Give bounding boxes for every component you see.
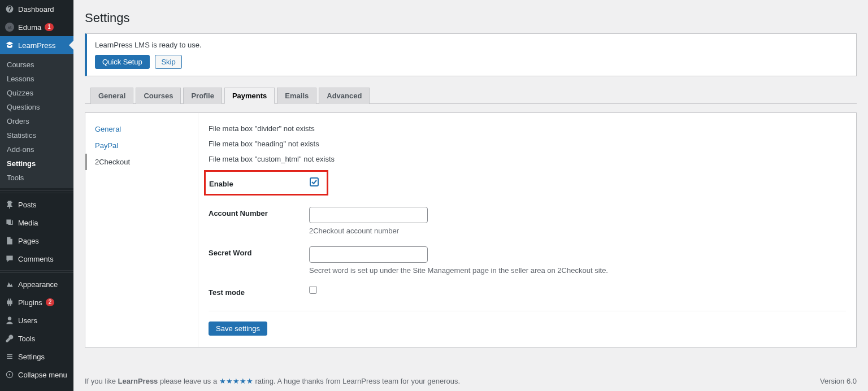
save-settings-button[interactable]: Save settings [209,322,267,336]
sidebar-submenu: Courses Lessons Quizzes Questions Orders… [0,54,73,188]
submenu-courses[interactable]: Courses [0,58,73,72]
sidebar-item-appearance[interactable]: Appearance [0,275,73,293]
comments-icon [5,254,15,264]
test-mode-checkbox[interactable] [309,286,317,294]
enable-label: Enable [209,177,310,188]
tab-general[interactable]: General [90,88,133,104]
secret-word-row: Secret Word Secret word is set up under … [209,246,846,275]
enable-row: Enable [204,170,328,196]
eduma-icon: vt [5,22,15,32]
sidebar-item-tools[interactable]: Tools [0,329,73,347]
sidebar-separator [0,270,73,273]
footer-text: If you like LearnPress please leave us a… [85,377,460,385]
submenu-questions[interactable]: Questions [0,100,73,114]
learnpress-icon [5,40,15,50]
secret-word-label: Secret Word [209,246,309,257]
footer-part: please leave us a [158,377,219,385]
tools-icon [5,333,15,344]
sidebar-label: Appearance [18,280,58,289]
tab-courses[interactable]: Courses [136,88,181,104]
sidebar-label: Dashboard [18,5,54,14]
sidebar-label: Tools [18,334,35,343]
settings-tabs: General Courses Profile Payments Emails … [85,88,857,104]
meta-msg-1: File meta box "divider" not exists [209,124,846,133]
pages-icon [5,236,15,246]
test-mode-row: Test mode [209,286,846,297]
settings-icon [5,351,15,362]
collapse-icon [5,370,15,380]
sidebar-label: Users [18,316,37,325]
sidebar-item-eduma[interactable]: vt Eduma 1 [0,18,73,36]
submenu-tools[interactable]: Tools [0,171,73,185]
badge-count: 2 [46,298,55,306]
submenu-quizzes[interactable]: Quizzes [0,86,73,100]
tab-emails[interactable]: Emails [277,88,316,104]
payments-sub-2checkout[interactable]: 2Checkout [85,154,198,170]
payments-sub-nav: General PayPal 2Checkout [85,113,198,347]
sidebar-label: Eduma [18,23,41,32]
sidebar-label: Comments [18,255,54,263]
setup-notice: LearnPress LMS is ready to use. Quick Se… [85,33,857,76]
submenu-addons[interactable]: Add-ons [0,142,73,157]
sidebar-item-pages[interactable]: Pages [0,232,73,250]
submenu-settings[interactable]: Settings [0,157,73,171]
sidebar-label: LearnPress [18,41,55,50]
secret-word-input[interactable] [309,246,428,263]
tab-profile[interactable]: Profile [183,88,222,104]
tab-payments[interactable]: Payments [224,88,275,104]
panel-body: File meta box "divider" not exists File … [198,113,856,347]
sidebar-item-media[interactable]: Media [0,214,73,232]
sidebar-item-users[interactable]: Users [0,311,73,329]
account-number-desc: 2Checkout account number [309,227,846,235]
appearance-icon [5,279,15,289]
submenu-lessons[interactable]: Lessons [0,72,73,86]
payments-panel: General PayPal 2Checkout File meta box "… [85,112,857,347]
footer-version: Version 6.0 [820,377,857,385]
dashboard-icon [5,4,15,14]
account-number-label: Account Number [209,207,309,218]
sidebar-item-dashboard[interactable]: Dashboard [0,0,73,18]
skip-button[interactable]: Skip [155,55,181,69]
users-icon [5,315,15,325]
footer-brand: LearnPress [118,377,158,385]
footer-stars-link[interactable]: ★★★★★ [219,377,253,385]
sidebar-item-collapse[interactable]: Collapse menu [0,366,73,384]
payments-sub-paypal[interactable]: PayPal [85,137,198,154]
sidebar-label: Plugins [18,298,42,307]
page-title: Settings [85,6,857,33]
sidebar-label: Pages [18,237,39,245]
sidebar-item-learnpress[interactable]: LearnPress [0,36,73,54]
tab-advanced[interactable]: Advanced [319,88,370,104]
submenu-orders[interactable]: Orders [0,114,73,128]
sidebar-item-posts[interactable]: Posts [0,196,73,214]
enable-checkbox[interactable] [310,177,319,186]
sidebar-label: Collapse menu [18,371,67,379]
plugins-icon [5,297,15,307]
secret-word-desc: Secret word is set up under the Site Man… [309,266,846,275]
account-number-input[interactable] [309,207,428,223]
pin-icon [5,199,15,210]
sidebar-separator [0,190,73,193]
form-separator [209,311,846,311]
meta-msg-3: File meta box "custom_html" not exists [209,155,846,163]
test-mode-label: Test mode [209,286,309,297]
badge-count: 1 [45,23,54,31]
payments-sub-general[interactable]: General [85,121,198,137]
submenu-statistics[interactable]: Statistics [0,128,73,142]
page-footer: If you like LearnPress please leave us a… [85,369,857,391]
notice-message: LearnPress LMS is ready to use. [95,41,848,49]
sidebar-label: Settings [18,353,45,361]
sidebar-item-plugins[interactable]: Plugins 2 [0,293,73,311]
quick-setup-button[interactable]: Quick Setup [95,55,150,69]
media-icon [5,218,15,228]
sidebar-label: Posts [18,201,37,209]
main-content: Settings LearnPress LMS is ready to use.… [73,0,868,391]
admin-sidebar: Dashboard vt Eduma 1 LearnPress Courses … [0,0,73,391]
meta-msg-2: File meta box "heading" not exists [209,140,846,148]
account-number-row: Account Number 2Checkout account number [209,207,846,235]
sidebar-item-settings[interactable]: Settings [0,347,73,366]
footer-part: If you like [85,377,118,385]
sidebar-item-comments[interactable]: Comments [0,250,73,268]
sidebar-label: Media [18,219,38,227]
footer-part: rating. A huge thanks from LearnPress te… [253,377,460,385]
